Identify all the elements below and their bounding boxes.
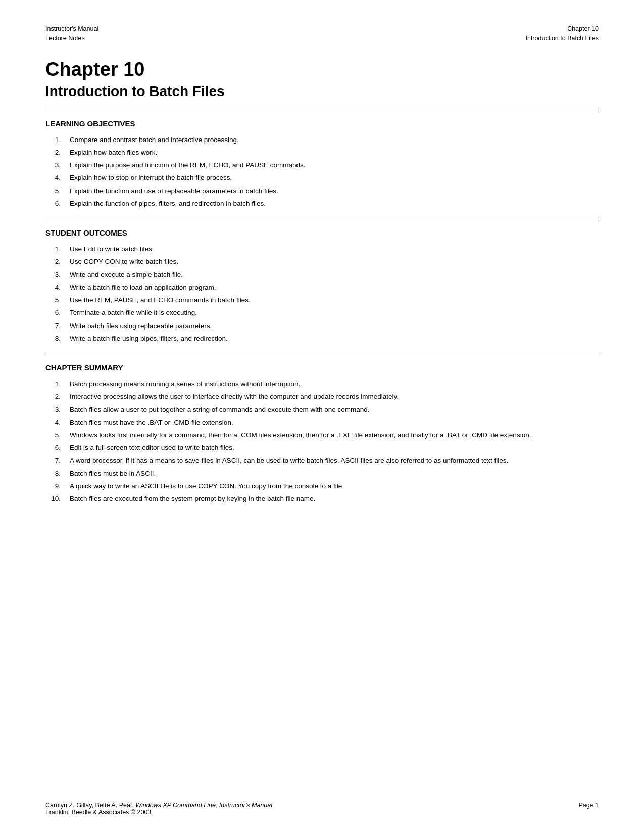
list-item: 6.Explain the function of pipes, filters… [45, 199, 599, 209]
item-text: Windows looks first internally for a com… [70, 430, 599, 440]
item-number: 5. [45, 295, 70, 305]
footer-right: Page 1 [578, 802, 599, 816]
chapter-summary-list: 1.Batch processing means running a serie… [45, 379, 599, 504]
list-item: 10.Batch files are executed from the sys… [45, 494, 599, 504]
item-text: Compare and contrast batch and interacti… [70, 135, 599, 145]
item-text: Batch processing means running a series … [70, 379, 599, 389]
list-item: 7.Write batch files using replaceable pa… [45, 321, 599, 331]
item-text: Batch files allow a user to put together… [70, 405, 599, 415]
list-item: 4.Write a batch file to load an applicat… [45, 283, 599, 293]
header-left: Instructor's Manual Lecture Notes [45, 24, 98, 43]
list-item: 2.Use COPY CON to write batch files. [45, 257, 599, 267]
item-text: Write a batch file to load an applicatio… [70, 283, 599, 293]
learning-objectives-section: LEARNING OBJECTIVES 1.Compare and contra… [45, 119, 599, 209]
item-text: Explain how batch files work. [70, 148, 599, 158]
header-right-line1: Chapter 10 [525, 24, 599, 34]
item-number: 8. [45, 469, 70, 479]
list-item: 7.A word processor, if it has a means to… [45, 456, 599, 466]
chapter-summary-section: CHAPTER SUMMARY 1.Batch processing means… [45, 363, 599, 504]
item-number: 7. [45, 321, 70, 331]
list-item: 3.Write and execute a simple batch file. [45, 270, 599, 280]
item-number: 4. [45, 173, 70, 183]
item-number: 8. [45, 334, 70, 344]
item-text: Batch files must have the .BAT or .CMD f… [70, 418, 599, 428]
item-number: 3. [45, 270, 70, 280]
header-right: Chapter 10 Introduction to Batch Files [525, 24, 599, 43]
list-item: 2.Interactive processing allows the user… [45, 392, 599, 402]
list-item: 4.Explain how to stop or interrupt the b… [45, 173, 599, 183]
item-text: Use Edit to write batch files. [70, 244, 599, 254]
list-item: 8.Batch files must be in ASCII. [45, 469, 599, 479]
footer-left-line2: Franklin, Beedle & Associates © 2003 [45, 809, 151, 816]
item-number: 10. [45, 494, 70, 504]
item-text: Write and execute a simple batch file. [70, 270, 599, 280]
divider-1 [45, 109, 599, 110]
item-number: 3. [45, 405, 70, 415]
item-text: A word processor, if it has a means to s… [70, 456, 599, 466]
item-number: 2. [45, 148, 70, 158]
item-number: 6. [45, 443, 70, 453]
item-text: A quick way to write an ASCII file is to… [70, 481, 599, 491]
list-item: 1.Batch processing means running a serie… [45, 379, 599, 389]
item-number: 5. [45, 186, 70, 196]
list-item: 1.Compare and contrast batch and interac… [45, 135, 599, 145]
item-number: 5. [45, 430, 70, 440]
student-outcomes-heading: STUDENT OUTCOMES [45, 228, 599, 237]
divider-2 [45, 218, 599, 219]
learning-objectives-list: 1.Compare and contrast batch and interac… [45, 135, 599, 209]
header-left-line2: Lecture Notes [45, 34, 98, 43]
header-right-line2: Introduction to Batch Files [525, 34, 599, 43]
list-item: 9.A quick way to write an ASCII file is … [45, 481, 599, 491]
item-number: 6. [45, 199, 70, 209]
footer-left-italic: Windows XP Command Line, Instructor's Ma… [135, 802, 272, 809]
item-number: 3. [45, 160, 70, 170]
item-text: Write batch files using replaceable para… [70, 321, 599, 331]
divider-3 [45, 353, 599, 354]
student-outcomes-section: STUDENT OUTCOMES 1.Use Edit to write bat… [45, 228, 599, 344]
list-item: 5.Explain the function and use of replac… [45, 186, 599, 196]
item-number: 1. [45, 379, 70, 389]
learning-objectives-heading: LEARNING OBJECTIVES [45, 119, 599, 128]
item-text: Use COPY CON to write batch files. [70, 257, 599, 267]
page-footer: Carolyn Z. Gillay, Bette A. Peat, Window… [45, 802, 599, 816]
list-item: 1.Use Edit to write batch files. [45, 244, 599, 254]
list-item: 3.Batch files allow a user to put togeth… [45, 405, 599, 415]
chapter-subtitle: Introduction to Batch Files [45, 83, 599, 100]
page: Instructor's Manual Lecture Notes Chapte… [0, 0, 644, 834]
item-number: 2. [45, 392, 70, 402]
page-header: Instructor's Manual Lecture Notes Chapte… [45, 24, 599, 43]
item-text: Explain the function of pipes, filters, … [70, 199, 599, 209]
list-item: 6.Terminate a batch file while it is exe… [45, 308, 599, 318]
item-number: 9. [45, 481, 70, 491]
item-text: Explain how to stop or interrupt the bat… [70, 173, 599, 183]
item-number: 7. [45, 456, 70, 466]
list-item: 5.Windows looks first internally for a c… [45, 430, 599, 440]
chapter-number: Chapter 10 [45, 59, 599, 80]
item-number: 4. [45, 283, 70, 293]
chapter-summary-heading: CHAPTER SUMMARY [45, 363, 599, 372]
list-item: 5.Use the REM, PAUSE, and ECHO commands … [45, 295, 599, 305]
item-text: Use the REM, PAUSE, and ECHO commands in… [70, 295, 599, 305]
list-item: 3.Explain the purpose and function of th… [45, 160, 599, 170]
list-item: 2.Explain how batch files work. [45, 148, 599, 158]
item-text: Batch files are executed from the system… [70, 494, 599, 504]
item-text: Interactive processing allows the user t… [70, 392, 599, 402]
list-item: 8.Write a batch file using pipes, filter… [45, 334, 599, 344]
header-left-line1: Instructor's Manual [45, 24, 98, 34]
item-text: Terminate a batch file while it is execu… [70, 308, 599, 318]
item-number: 6. [45, 308, 70, 318]
item-number: 2. [45, 257, 70, 267]
student-outcomes-list: 1.Use Edit to write batch files.2.Use CO… [45, 244, 599, 344]
list-item: 4.Batch files must have the .BAT or .CMD… [45, 418, 599, 428]
item-text: Explain the function and use of replacea… [70, 186, 599, 196]
item-text: Edit is a full-screen text editor used t… [70, 443, 599, 453]
footer-left-normal: Carolyn Z. Gillay, Bette A. Peat, [45, 802, 135, 809]
item-number: 1. [45, 135, 70, 145]
item-text: Batch files must be in ASCII. [70, 469, 599, 479]
item-number: 1. [45, 244, 70, 254]
item-text: Explain the purpose and function of the … [70, 160, 599, 170]
item-number: 4. [45, 418, 70, 428]
list-item: 6.Edit is a full-screen text editor used… [45, 443, 599, 453]
footer-left: Carolyn Z. Gillay, Bette A. Peat, Window… [45, 802, 272, 816]
item-text: Write a batch file using pipes, filters,… [70, 334, 599, 344]
